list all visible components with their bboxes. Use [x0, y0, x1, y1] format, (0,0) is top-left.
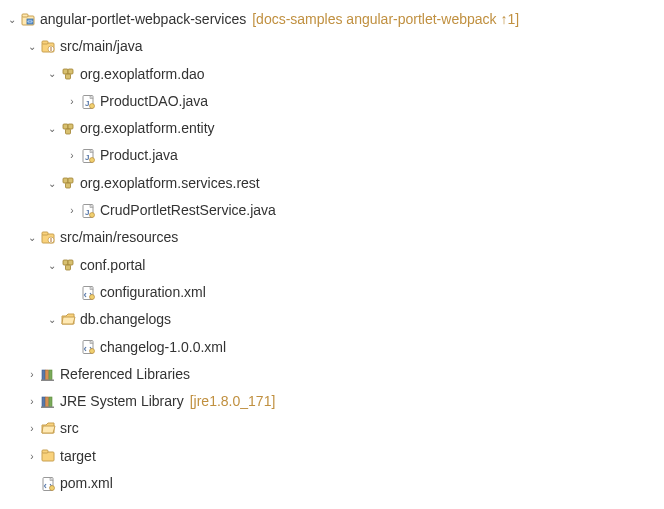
expand-toggle-icon[interactable]: ⌄ — [4, 10, 20, 30]
package-icon — [60, 121, 76, 137]
folder-open-icon — [60, 312, 76, 328]
node-label: angular-portlet-webpack-services — [40, 6, 246, 33]
library-icon — [40, 367, 56, 383]
file-pom-xml[interactable]: pom.xml — [4, 470, 660, 497]
node-label: Referenced Libraries — [60, 361, 190, 388]
file-changelog-xml[interactable]: changelog-1.0.0.xml — [4, 334, 660, 361]
java-file-icon — [80, 203, 96, 219]
expand-toggle-icon[interactable]: › — [24, 419, 40, 439]
node-label: org.exoplatform.services.rest — [80, 170, 260, 197]
expand-toggle-icon[interactable]: › — [64, 146, 80, 166]
node-label: CrudPortletRestService.java — [100, 197, 276, 224]
file-configuration-xml[interactable]: configuration.xml — [4, 279, 660, 306]
folder-target[interactable]: › target — [4, 443, 660, 470]
node-label: pom.xml — [60, 470, 113, 497]
folder-src[interactable]: › src — [4, 415, 660, 442]
project-root[interactable]: ⌄ angular-portlet-webpack-services [docs… — [4, 6, 660, 33]
node-label: configuration.xml — [100, 279, 206, 306]
node-label: db.changelogs — [80, 306, 171, 333]
vcs-decoration: [docs-samples angular-portlet-webpack ↑1… — [252, 6, 519, 33]
expand-toggle-icon[interactable]: › — [64, 201, 80, 221]
xml-file-icon — [40, 476, 56, 492]
node-label: ProductDAO.java — [100, 88, 208, 115]
src-main-resources[interactable]: ⌄ src/main/resources — [4, 224, 660, 251]
jre-version-decoration: [jre1.8.0_171] — [190, 388, 276, 415]
node-label: target — [60, 443, 96, 470]
folder-conf-portal[interactable]: ⌄ conf.portal — [4, 252, 660, 279]
node-label: JRE System Library — [60, 388, 184, 415]
package-icon — [60, 257, 76, 273]
file-product[interactable]: › Product.java — [4, 142, 660, 169]
xml-file-icon — [80, 285, 96, 301]
source-folder-icon — [40, 230, 56, 246]
node-label: conf.portal — [80, 252, 145, 279]
package-dao[interactable]: ⌄ org.exoplatform.dao — [4, 61, 660, 88]
node-label: changelog-1.0.0.xml — [100, 334, 226, 361]
expand-toggle-icon[interactable]: ⌄ — [44, 174, 60, 194]
expand-toggle-icon[interactable]: ⌄ — [44, 119, 60, 139]
file-crud-rest-service[interactable]: › CrudPortletRestService.java — [4, 197, 660, 224]
node-label: Product.java — [100, 142, 178, 169]
expand-toggle-icon[interactable]: › — [24, 365, 40, 385]
package-icon — [60, 66, 76, 82]
folder-open-icon — [40, 421, 56, 437]
java-file-icon — [80, 94, 96, 110]
xml-file-icon — [80, 339, 96, 355]
expand-toggle-icon[interactable]: › — [24, 447, 40, 467]
file-product-dao[interactable]: › ProductDAO.java — [4, 88, 660, 115]
package-icon — [60, 175, 76, 191]
package-services-rest[interactable]: ⌄ org.exoplatform.services.rest — [4, 170, 660, 197]
expand-toggle-icon[interactable]: ⌄ — [44, 310, 60, 330]
expand-toggle-icon[interactable]: ⌄ — [24, 37, 40, 57]
expand-toggle-icon[interactable]: ⌄ — [44, 256, 60, 276]
java-file-icon — [80, 148, 96, 164]
src-main-java[interactable]: ⌄ src/main/java — [4, 33, 660, 60]
expand-toggle-icon[interactable]: › — [24, 392, 40, 412]
project-icon — [20, 12, 36, 28]
folder-db-changelogs[interactable]: ⌄ db.changelogs — [4, 306, 660, 333]
source-folder-icon — [40, 39, 56, 55]
expand-toggle-icon[interactable]: ⌄ — [44, 64, 60, 84]
library-icon — [40, 394, 56, 410]
node-label: src/main/resources — [60, 224, 178, 251]
project-tree: ⌄ angular-portlet-webpack-services [docs… — [4, 6, 660, 497]
expand-toggle-icon[interactable]: ⌄ — [24, 228, 40, 248]
jre-system-library[interactable]: › JRE System Library [jre1.8.0_171] — [4, 388, 660, 415]
node-label: org.exoplatform.dao — [80, 61, 205, 88]
expand-toggle-icon[interactable]: › — [64, 92, 80, 112]
folder-icon — [40, 448, 56, 464]
referenced-libraries[interactable]: › Referenced Libraries — [4, 361, 660, 388]
node-label: src — [60, 415, 79, 442]
package-entity[interactable]: ⌄ org.exoplatform.entity — [4, 115, 660, 142]
node-label: src/main/java — [60, 33, 142, 60]
node-label: org.exoplatform.entity — [80, 115, 215, 142]
